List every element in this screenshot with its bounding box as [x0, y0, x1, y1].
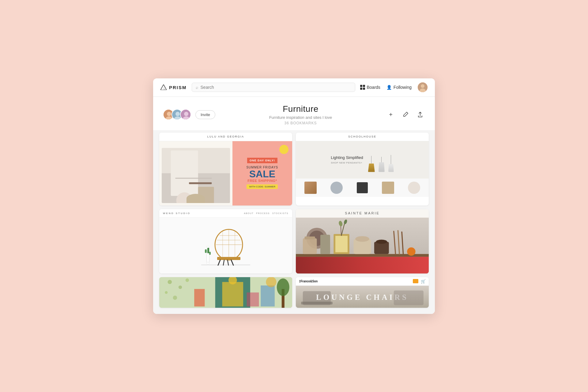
prism-logo-icon	[160, 85, 167, 90]
following-button[interactable]: 👤 Following	[386, 85, 412, 90]
lulu-browser-bar: LULU AND GEORGIA	[159, 133, 292, 141]
bookmark-card-wend-studio[interactable]: WEND STUDIO ABOUT PROCESS STOCKISTS	[159, 209, 292, 273]
svg-rect-72	[261, 285, 275, 307]
avatar-image	[418, 82, 428, 92]
wend-preview	[159, 218, 292, 273]
schoolhouse-top: Lighting Simplified SHOP NEW PENDANTS+	[296, 141, 429, 179]
svg-rect-14	[171, 150, 198, 196]
schoolhouse-cta: SHOP NEW PENDANTS+	[331, 161, 362, 164]
svg-rect-80	[301, 301, 333, 304]
following-label: Following	[394, 85, 412, 90]
wend-site-name: WEND STUDIO	[163, 212, 190, 215]
app-name: PRISM	[169, 85, 187, 90]
schoolhouse-tagline: Lighting Simplified SHOP NEW PENDANTS+	[331, 155, 363, 164]
svg-point-73	[266, 277, 276, 287]
yellow-circle-decoration	[279, 145, 288, 154]
svg-point-67	[186, 278, 189, 282]
bookmark-card-lulu-georgia[interactable]: LULU AND GEORGIA	[159, 133, 292, 205]
search-bar[interactable]: ⌕	[192, 83, 355, 92]
wend-chair-illustration	[198, 219, 253, 272]
sainte-shelf-illustration	[296, 218, 429, 273]
svg-rect-44	[320, 235, 330, 254]
search-icon: ⌕	[196, 85, 198, 90]
lamp-white-2	[388, 155, 394, 172]
lulu-site-name: LULU AND GEORGIA	[207, 135, 244, 138]
schoolhouse-browser-bar: SCHOOLHOUSE	[296, 133, 429, 141]
lulu-sale-badge: ONE DAY ONLY!	[247, 158, 277, 163]
board-actions: +	[386, 110, 425, 119]
svg-rect-74	[247, 292, 259, 307]
svg-point-7	[175, 112, 180, 116]
svg-rect-42	[303, 238, 317, 254]
france-browser-bar: ‡France&Son 🛒	[296, 277, 429, 286]
colorful-room-illustration	[159, 277, 292, 308]
navbar: PRISM ⌕ Boards 👤 Following	[153, 78, 435, 97]
product-thumb-5	[408, 182, 420, 194]
wend-nav-stockists: STOCKISTS	[272, 212, 288, 214]
sainte-site-name: SAINTE MARIE	[345, 211, 380, 215]
lulu-preview: ONE DAY ONLY! SUMMER FRIDAYS SALE FREE S…	[159, 141, 292, 205]
boards-icon	[360, 85, 365, 90]
wend-browser-bar: WEND STUDIO ABOUT PROCESS STOCKISTS	[159, 209, 292, 218]
svg-rect-32	[217, 257, 240, 260]
product-thumb-3	[357, 182, 368, 193]
france-search-box	[413, 279, 418, 283]
logo-area[interactable]: PRISM	[160, 85, 187, 90]
collaborator-avatar-3	[180, 109, 191, 120]
svg-point-4	[167, 112, 171, 116]
edit-icon	[402, 111, 409, 118]
person-icon: 👤	[386, 85, 392, 90]
svg-point-64	[179, 285, 182, 289]
board-subtitle: Furniture inspiration and sites I love	[215, 115, 386, 120]
bookmark-card-colorful-room[interactable]	[159, 277, 292, 308]
lulu-room-image	[162, 148, 230, 203]
bookmark-card-france-son[interactable]: ‡France&Son 🛒	[296, 277, 429, 308]
svg-point-10	[184, 112, 188, 116]
lamp-gold	[368, 156, 375, 172]
svg-point-76	[277, 278, 289, 296]
lulu-promo-code: WITH CODE: SUMMER	[247, 184, 278, 189]
collaborator-avatars	[163, 109, 189, 120]
sainte-browser-bar: SAINTE MARIE	[296, 209, 429, 218]
svg-line-36	[228, 260, 228, 265]
plus-icon: +	[389, 111, 393, 118]
schoolhouse-tagline-text: Lighting Simplified	[331, 155, 363, 160]
svg-rect-43	[305, 236, 315, 239]
wend-nav-about: ABOUT	[244, 212, 254, 214]
board-title: Furniture	[215, 104, 386, 114]
france-son-logo: ‡France&Son	[299, 280, 318, 283]
svg-rect-17	[198, 187, 214, 203]
board-header: Invite Furniture Furniture inspiration a…	[153, 97, 435, 130]
share-board-button[interactable]	[415, 110, 425, 119]
svg-point-58	[407, 247, 415, 255]
add-bookmark-button[interactable]: +	[386, 110, 396, 119]
product-thumb-4	[382, 182, 394, 194]
search-input[interactable]	[201, 85, 351, 90]
user-avatar[interactable]	[418, 82, 428, 92]
france-cart-icon: 🛒	[421, 279, 426, 284]
svg-rect-19	[201, 265, 250, 265]
share-icon	[417, 111, 423, 118]
product-thumb-1	[304, 182, 317, 194]
wend-nav-links: ABOUT PROCESS STOCKISTS	[244, 212, 288, 214]
schoolhouse-products	[296, 179, 429, 197]
svg-point-63	[168, 280, 172, 284]
svg-rect-23	[207, 248, 209, 253]
board-collaborators: Invite	[163, 109, 215, 120]
invite-button[interactable]: Invite	[195, 110, 215, 119]
svg-point-52	[355, 236, 369, 242]
svg-line-33	[218, 260, 220, 265]
edit-board-button[interactable]	[401, 110, 410, 119]
france-lounge-illustration: LOUNGE CHAIRS	[296, 286, 429, 308]
bookmark-card-schoolhouse[interactable]: SCHOOLHOUSE Lighting Simplified SHOP NEW…	[296, 133, 429, 205]
board-content: LULU AND GEORGIA	[153, 130, 435, 314]
svg-line-35	[223, 260, 224, 265]
boards-button[interactable]: Boards	[360, 85, 380, 90]
svg-point-66	[173, 296, 177, 300]
bookmark-card-sainte-marie[interactable]: SAINTE MARIE	[296, 209, 429, 273]
svg-rect-22	[205, 249, 207, 253]
svg-rect-82	[394, 290, 424, 305]
product-thumb-2	[330, 182, 343, 194]
svg-line-34	[231, 260, 233, 265]
sainte-preview	[296, 218, 429, 273]
